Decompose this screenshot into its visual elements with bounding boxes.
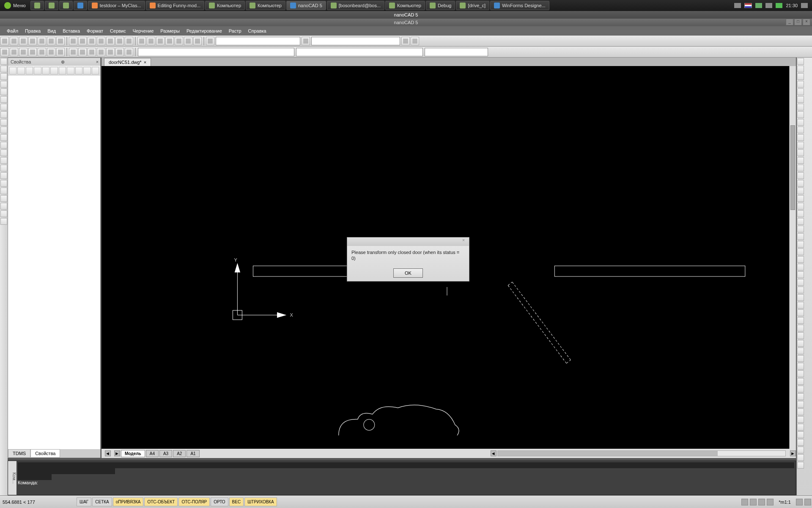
pin-icon[interactable]: ⊕ xyxy=(60,58,66,66)
properties-tool-button[interactable] xyxy=(34,67,41,75)
taskbar-app[interactable]: Компьютер xyxy=(205,1,245,10)
modify-tool-button[interactable] xyxy=(797,203,804,210)
horizontal-scrollbar[interactable] xyxy=(497,450,786,456)
modify-tool-button[interactable] xyxy=(797,165,804,171)
combo[interactable] xyxy=(296,48,423,56)
draw-tool-button[interactable] xyxy=(0,119,7,126)
modify-tool-button[interactable] xyxy=(797,241,804,248)
modify-tool-button[interactable] xyxy=(797,58,804,65)
status-icon[interactable] xyxy=(796,499,803,505)
properties-tool-button[interactable] xyxy=(67,67,74,75)
menu-item[interactable]: Вид xyxy=(44,27,59,35)
toolbar-button[interactable] xyxy=(302,37,310,45)
modify-tool-button[interactable] xyxy=(797,317,804,324)
start-menu-button[interactable]: Меню xyxy=(0,2,30,9)
toolbar-button[interactable] xyxy=(125,48,133,56)
toolbar-button[interactable] xyxy=(47,37,55,45)
status-ots-object[interactable]: ОТС-ОБЪЕКТ xyxy=(144,497,178,506)
draw-tool-button[interactable] xyxy=(0,73,7,80)
clock[interactable]: 21:30 xyxy=(786,3,798,8)
status-icon[interactable] xyxy=(804,499,811,505)
modify-tool-button[interactable] xyxy=(797,226,804,232)
draw-tool-button[interactable] xyxy=(0,142,7,149)
toolbar-button[interactable] xyxy=(56,37,65,45)
toolbar-button[interactable] xyxy=(137,37,146,45)
status-oprivyazka[interactable]: оПРИВЯЗКА xyxy=(113,497,144,506)
toolbar-button[interactable] xyxy=(184,37,192,45)
properties-tool-button[interactable] xyxy=(17,67,25,75)
draw-tool-button[interactable] xyxy=(0,127,7,133)
properties-tool-button[interactable] xyxy=(92,67,99,75)
toolbar-button[interactable] xyxy=(69,48,77,56)
draw-tool-button[interactable] xyxy=(0,149,7,156)
draw-tool-button[interactable] xyxy=(0,188,7,194)
menu-item[interactable]: Формат xyxy=(83,27,107,35)
dialog-titlebar[interactable]: × xyxy=(347,237,469,246)
status-icon[interactable] xyxy=(758,499,765,505)
toolbar-button[interactable] xyxy=(0,48,9,56)
tab-properties[interactable]: Свойства xyxy=(30,449,60,458)
menu-item[interactable]: Черчение xyxy=(129,27,157,35)
draw-tool-button[interactable] xyxy=(0,81,7,88)
modify-tool-button[interactable] xyxy=(797,180,804,187)
toolbar-button[interactable] xyxy=(38,37,46,45)
toolbar-button[interactable] xyxy=(193,37,202,45)
properties-panel-header[interactable]: Свойства ⊕ × xyxy=(8,58,100,66)
status-orto[interactable]: ОРТО xyxy=(211,497,228,506)
taskbar-app[interactable]: [bosonbeard@bos... xyxy=(327,1,384,10)
menu-item[interactable]: Растр xyxy=(225,27,245,35)
document-tab[interactable]: doorNC51.dwg* × xyxy=(104,58,151,66)
modify-tool-button[interactable] xyxy=(797,233,804,240)
draw-tool-button[interactable] xyxy=(0,165,7,171)
toolbar-button[interactable] xyxy=(88,48,96,56)
chat-icon[interactable] xyxy=(801,3,808,8)
modify-tool-button[interactable] xyxy=(797,218,804,225)
modify-tool-button[interactable] xyxy=(797,172,804,179)
modify-tool-button[interactable] xyxy=(797,409,804,415)
toolbar-button[interactable] xyxy=(206,37,214,45)
draw-tool-button[interactable] xyxy=(0,218,7,225)
layer-combo[interactable] xyxy=(216,37,300,45)
draw-tool-button[interactable] xyxy=(0,195,7,202)
quicklaunch-4[interactable] xyxy=(74,1,87,10)
toolbar-button[interactable] xyxy=(165,37,174,45)
toolbar-button[interactable] xyxy=(125,37,133,45)
modify-tool-button[interactable] xyxy=(797,127,804,133)
toolbar-button[interactable] xyxy=(0,37,9,45)
status-setka[interactable]: СЕТКА xyxy=(92,497,112,506)
taskbar-app[interactable]: Debug xyxy=(426,1,455,10)
draw-tool-button[interactable] xyxy=(0,58,7,65)
modify-tool-button[interactable] xyxy=(797,431,804,438)
properties-tool-button[interactable] xyxy=(59,67,66,75)
taskbar-app[interactable]: nanoCAD 5 xyxy=(286,1,326,10)
tab-tdms[interactable]: TDMS xyxy=(8,449,30,458)
ok-button[interactable]: OK xyxy=(393,268,423,278)
menu-item[interactable]: Сервис xyxy=(107,27,129,35)
network-icon[interactable] xyxy=(755,3,762,8)
modify-tool-button[interactable] xyxy=(797,157,804,164)
modify-tool-button[interactable] xyxy=(797,264,804,271)
toolbar-button[interactable] xyxy=(69,37,77,45)
scroll-right-button[interactable]: ► xyxy=(114,450,120,456)
modify-tool-button[interactable] xyxy=(797,119,804,126)
modify-tool-button[interactable] xyxy=(797,370,804,377)
battery-icon[interactable] xyxy=(776,3,782,8)
layout-tab-a3[interactable]: A3 xyxy=(159,450,172,457)
draw-tool-button[interactable] xyxy=(0,88,7,95)
draw-tool-button[interactable] xyxy=(0,96,7,103)
toolbar-button[interactable] xyxy=(147,37,155,45)
menu-item[interactable]: Вставка xyxy=(59,27,83,35)
volume-icon[interactable] xyxy=(765,3,772,8)
modify-tool-button[interactable] xyxy=(797,287,804,293)
modify-tool-button[interactable] xyxy=(797,111,804,118)
properties-tool-button[interactable] xyxy=(83,67,91,75)
combo[interactable] xyxy=(425,48,488,56)
menu-item[interactable]: Редактирование xyxy=(183,27,225,35)
modify-tool-button[interactable] xyxy=(797,271,804,278)
toolbar-button[interactable] xyxy=(411,37,419,45)
status-ots-polar[interactable]: ОТС-ПОЛЯР xyxy=(178,497,210,506)
modify-tool-button[interactable] xyxy=(797,142,804,149)
quicklaunch-1[interactable] xyxy=(30,1,44,10)
modify-tool-button[interactable] xyxy=(797,348,804,354)
modify-tool-button[interactable] xyxy=(797,248,804,255)
